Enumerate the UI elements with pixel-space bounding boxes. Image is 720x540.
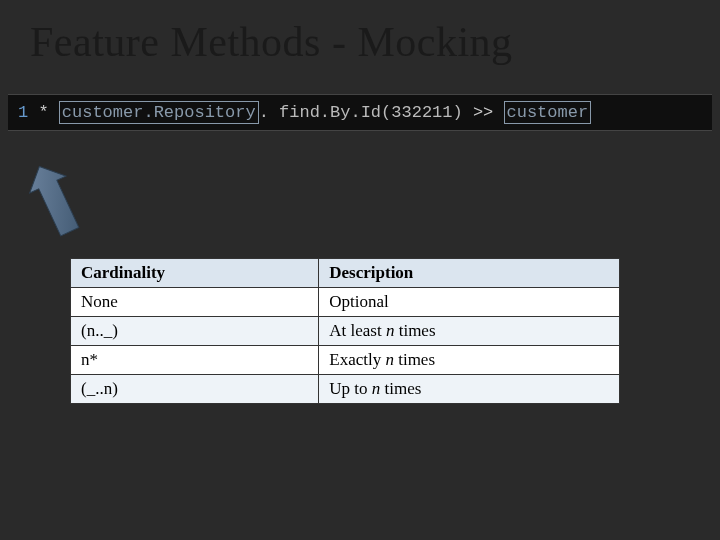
table-row: None Optional [71,288,620,317]
code-method: . find.By.Id(332211) [259,103,463,122]
table-header-description: Description [319,259,620,288]
cell-description: At least n times [319,317,620,346]
cell-description: Optional [319,288,620,317]
cell-description: Exactly n times [319,346,620,375]
code-shift: >> [473,103,493,122]
cell-cardinality: None [71,288,319,317]
table-header-cardinality: Cardinality [71,259,319,288]
table-row: (_..n) Up to n times [71,375,620,404]
table-row: (n.._) At least n times [71,317,620,346]
code-count: 1 [18,103,28,122]
cell-cardinality: n* [71,346,319,375]
cell-cardinality: (_..n) [71,375,319,404]
cell-cardinality: (n.._) [71,317,319,346]
cell-description: Up to n times [319,375,620,404]
table-row: n* Exactly n times [71,346,620,375]
svg-marker-1 [21,165,88,240]
callout-arrow-icon [20,165,90,245]
cardinality-table: Cardinality Description None Optional (n… [70,258,620,404]
code-star: * [38,103,48,122]
slide-title: Feature Methods - Mocking [0,0,720,76]
code-snippet: 1 * customer.Repository. find.By.Id(3322… [8,94,712,131]
code-result: customer [504,101,592,124]
code-receiver: customer.Repository [59,101,259,124]
